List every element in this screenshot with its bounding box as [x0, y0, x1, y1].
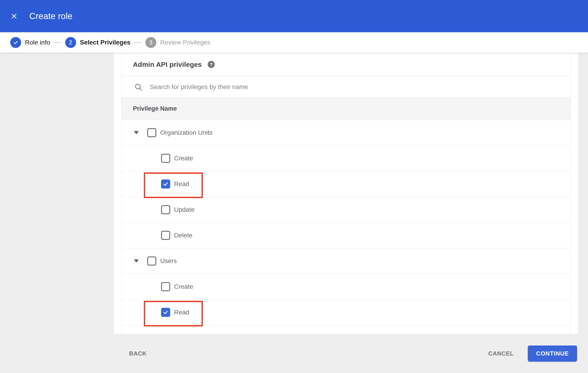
help-icon[interactable]: ? — [208, 61, 215, 68]
privilege-row: Read — [122, 171, 570, 197]
users-checkbox[interactable] — [147, 257, 156, 266]
close-button[interactable] — [10, 12, 18, 20]
table-header-row: Privilege Name — [122, 98, 570, 120]
step-3-circle: 3 — [145, 37, 156, 48]
back-button[interactable]: BACK — [128, 350, 148, 357]
privilege-row: Update — [122, 197, 570, 223]
org-units-delete-checkbox[interactable] — [161, 231, 170, 240]
app-bar: Create role — [0, 0, 588, 32]
step-1-circle — [10, 37, 21, 48]
step-2-label: Select Privileges — [80, 39, 131, 46]
footer-bar: BACK CANCEL CONTINUE — [0, 334, 588, 373]
check-icon — [13, 40, 19, 45]
stepper: Role info 2 Select Privileges 3 Review P… — [0, 32, 588, 53]
org-units-read-checkbox[interactable] — [161, 179, 170, 188]
privilege-row: Create — [122, 145, 570, 171]
search-icon — [134, 83, 143, 91]
step-select-privileges[interactable]: 2 Select Privileges — [65, 37, 131, 48]
scrollbar-track[interactable] — [578, 53, 588, 334]
privilege-label: Update — [174, 206, 194, 213]
users-create-checkbox[interactable] — [161, 282, 170, 291]
org-units-update-checkbox[interactable] — [161, 205, 170, 214]
step-1-label: Role info — [25, 39, 50, 46]
collapse-arrow-icon[interactable] — [134, 259, 139, 263]
organization-units-checkbox[interactable] — [147, 128, 156, 137]
dialog-title: Create role — [29, 11, 73, 21]
privilege-label: Create — [174, 155, 193, 162]
step-review-privileges[interactable]: 3 Review Privileges — [145, 37, 210, 48]
step-2-circle: 2 — [65, 37, 76, 48]
panel-title-row: Admin API privileges ? — [122, 53, 570, 76]
privilege-group-row: Organization Units — [122, 120, 570, 145]
privilege-label: Read — [174, 309, 189, 316]
privilege-row: Read — [122, 300, 570, 325]
privilege-label: Create — [174, 283, 193, 290]
privileges-table: Admin API privileges ? Privilege Name Or… — [121, 53, 571, 334]
highlight-box — [144, 301, 203, 326]
users-read-checkbox[interactable] — [161, 308, 170, 317]
collapse-arrow-icon[interactable] — [134, 131, 139, 134]
privilege-label: Delete — [174, 232, 192, 239]
privilege-row: Create — [122, 274, 570, 300]
step-3-label: Review Privileges — [160, 39, 210, 46]
cancel-button[interactable]: CANCEL — [487, 350, 515, 357]
privilege-row: Delete — [122, 223, 570, 248]
org-units-create-checkbox[interactable] — [161, 154, 170, 163]
step-connector — [134, 42, 142, 43]
close-icon — [11, 13, 18, 20]
panel-title: Admin API privileges — [133, 61, 202, 68]
privilege-label: Read — [174, 180, 189, 188]
search-input[interactable] — [149, 83, 570, 91]
highlight-box — [144, 172, 203, 198]
privileges-card: Admin API privileges ? Privilege Name Or… — [114, 53, 578, 334]
privilege-group-row: Users — [122, 248, 570, 274]
step-connector — [54, 42, 61, 43]
privilege-label: Organization Units — [160, 129, 212, 136]
check-icon — [162, 181, 169, 187]
check-icon — [162, 309, 169, 316]
continue-button[interactable]: CONTINUE — [528, 345, 577, 362]
search-row — [122, 76, 570, 98]
step-role-info[interactable]: Role info — [10, 37, 50, 48]
privilege-name-header: Privilege Name — [133, 105, 177, 112]
privilege-row — [122, 325, 570, 334]
privilege-label: Users — [160, 257, 177, 265]
